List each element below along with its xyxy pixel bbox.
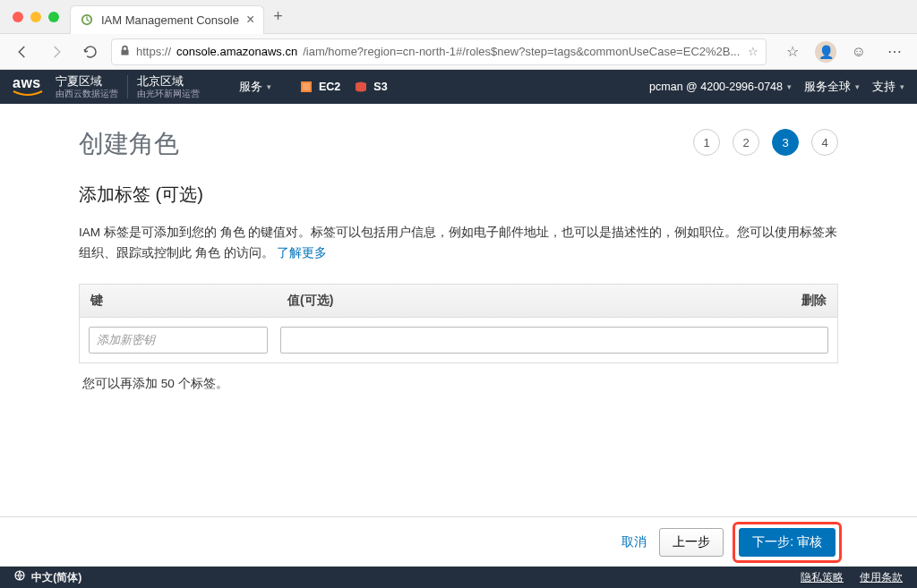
support-menu[interactable]: 支持 ▾ [872, 80, 904, 95]
tag-limit-hint: 您可以再添加 50 个标签。 [82, 376, 835, 392]
wizard-action-bar: 取消 上一步 下一步: 审核 [0, 516, 917, 567]
aws-logo[interactable]: aws [13, 76, 43, 98]
aws-console-header: aws 宁夏区域 由西云数据运营 北京区域 由光环新网运营 服务 ▾ EC2 S… [0, 70, 917, 104]
cancel-button[interactable]: 取消 [621, 534, 647, 550]
terms-link[interactable]: 使用条款 [860, 570, 903, 585]
tag-key-input[interactable] [89, 327, 268, 354]
language-selector[interactable]: 中文(简体) [14, 570, 81, 585]
wizard-step-2[interactable]: 2 [733, 129, 759, 156]
browser-right-controls: ☆ 👤 ☺ ⋯ [779, 38, 908, 65]
tags-input-row [80, 318, 837, 362]
region-ningxia[interactable]: 宁夏区域 由西云数据运营 [56, 75, 118, 99]
col-header-value: 值(可选) [277, 285, 780, 317]
region1-sub: 由西云数据运营 [56, 89, 118, 99]
col-header-delete: 删除 [780, 285, 837, 317]
section-description: IAM 标签是可添加到您的 角色 的键值对。标签可以包括用户信息，例如电子邮件地… [79, 223, 838, 264]
bookmark-star-icon[interactable]: ☆ [748, 45, 758, 58]
region-global-menu[interactable]: 服务全球 ▾ [804, 80, 860, 95]
col-header-key: 键 [80, 285, 277, 317]
wizard-step-3[interactable]: 3 [772, 129, 799, 156]
favorites-icon[interactable]: ☆ [779, 38, 806, 65]
ec2-label: EC2 [319, 81, 340, 93]
nav-forward-button[interactable] [43, 38, 70, 65]
chevron-down-icon: ▾ [855, 82, 860, 91]
previous-button[interactable]: 上一步 [659, 528, 724, 557]
nav-refresh-button[interactable] [77, 38, 104, 65]
pinned-service-s3[interactable]: S3 [353, 79, 387, 95]
description-text: IAM 标签是可添加到您的 角色 的键值对。标签可以包括用户信息，例如电子邮件地… [79, 226, 837, 260]
global-label: 服务全球 [804, 80, 851, 95]
region1-title: 宁夏区域 [56, 75, 118, 89]
tags-table: 键 值(可选) 删除 [79, 284, 838, 363]
tab-close-button[interactable]: × [246, 13, 254, 27]
account-label: pcman @ 4200-2996-0748 [649, 81, 783, 93]
aws-console-footer: 中文(简体) 隐私策略 使用条款 [0, 567, 917, 588]
chevron-down-icon: ▾ [900, 82, 904, 91]
tags-table-header: 键 值(可选) 删除 [80, 285, 837, 318]
support-label: 支持 [872, 80, 896, 95]
chevron-down-icon: ▾ [267, 82, 271, 91]
chevron-down-icon: ▾ [787, 82, 792, 91]
pinned-service-ec2[interactable]: EC2 [298, 79, 340, 95]
window-maximize-button[interactable] [48, 12, 59, 22]
browser-tab[interactable]: IAM Management Console × [70, 5, 264, 34]
tab-title: IAM Management Console [101, 13, 239, 27]
learn-more-link[interactable]: 了解更多 [277, 246, 327, 260]
region-divider [127, 75, 128, 98]
language-label: 中文(简体) [31, 571, 81, 584]
feedback-icon[interactable]: ☺ [845, 38, 872, 65]
services-menu[interactable]: 服务 ▾ [239, 80, 271, 95]
region2-sub: 由光环新网运营 [137, 89, 200, 99]
section-heading: 添加标签 (可选) [79, 183, 838, 207]
region2-title: 北京区域 [137, 75, 200, 89]
page-title: 创建角色 [79, 127, 179, 161]
page-content: 创建角色 1 2 3 4 添加标签 (可选) IAM 标签是可添加到您的 角色 … [0, 104, 917, 516]
account-menu[interactable]: pcman @ 4200-2996-0748 ▾ [649, 81, 792, 93]
tab-favicon-icon [80, 13, 94, 27]
new-tab-button[interactable]: + [270, 7, 287, 26]
window-minimize-button[interactable] [30, 12, 41, 22]
region-beijing[interactable]: 北京区域 由光环新网运营 [137, 75, 200, 99]
address-bar[interactable]: https://console.amazonaws.cn/iam/home?re… [111, 38, 767, 65]
nav-back-button[interactable] [9, 38, 36, 65]
tag-value-input[interactable] [280, 327, 828, 354]
s3-icon [353, 79, 369, 95]
region-block: 宁夏区域 由西云数据运营 北京区域 由光环新网运营 [56, 75, 200, 99]
window-controls [13, 12, 59, 22]
url-host: console.amazonaws.cn [176, 45, 297, 58]
url-scheme: https:// [136, 45, 171, 58]
profile-avatar[interactable]: 👤 [815, 41, 836, 63]
privacy-link[interactable]: 隐私策略 [801, 570, 844, 585]
wizard-step-1[interactable]: 1 [693, 129, 720, 156]
s3-label: S3 [373, 81, 387, 93]
ec2-icon [298, 79, 314, 95]
highlight-annotation: 下一步: 审核 [733, 522, 842, 563]
browser-tab-strip: IAM Management Console × + [0, 0, 917, 34]
window-close-button[interactable] [13, 12, 23, 22]
security-lock-icon [119, 45, 131, 59]
browser-toolbar: https://console.amazonaws.cn/iam/home?re… [0, 34, 917, 70]
wizard-steps: 1 2 3 4 [693, 129, 838, 156]
next-review-button[interactable]: 下一步: 审核 [739, 528, 836, 557]
services-label: 服务 [239, 80, 262, 95]
more-menu-icon[interactable]: ⋯ [881, 38, 908, 65]
globe-icon [14, 570, 25, 581]
url-path: /iam/home?region=cn-north-1#/roles$new?s… [303, 45, 740, 58]
wizard-step-4[interactable]: 4 [811, 129, 838, 156]
svg-rect-2 [303, 83, 310, 90]
